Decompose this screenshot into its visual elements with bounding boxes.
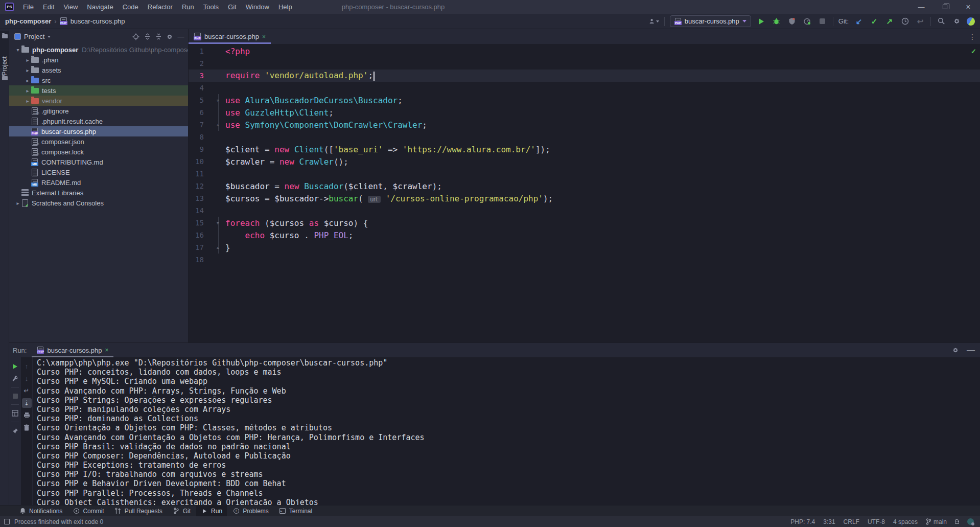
folder-stripe-icon[interactable] xyxy=(2,76,8,80)
tool-button-pull-requests[interactable]: Pull Requests xyxy=(110,506,167,517)
expand-all-icon[interactable] xyxy=(143,33,151,41)
code-line-7[interactable]: 7▵use Symfony\Component\DomCrawler\Crawl… xyxy=(189,119,980,131)
hide-panel-icon[interactable]: — xyxy=(177,33,185,41)
code-line-1[interactable]: 1<?php xyxy=(189,45,980,57)
tree-item-license[interactable]: LICENSE xyxy=(9,167,188,177)
code-line-16[interactable]: 16 echo $curso . PHP_EOL; xyxy=(189,229,980,241)
code-line-3[interactable]: 3require 'vendor/autoload.php'; xyxy=(189,70,980,82)
editor-tab[interactable]: PHP buscar-cursos.php × xyxy=(189,29,271,44)
fold-close-icon[interactable]: ▵ xyxy=(216,245,220,250)
code-line-13[interactable]: 13$cursos = $buscador->buscar( url: '/cu… xyxy=(189,192,980,204)
chevron-right-icon[interactable]: ▸ xyxy=(24,88,31,94)
user-avatar-icon[interactable] xyxy=(649,16,659,27)
php-version-widget[interactable]: PHP: 7.4 xyxy=(790,518,815,525)
git-update-button[interactable]: ↙ xyxy=(854,16,864,27)
tree-item-php-composer[interactable]: ▾php-composerD:\Repositórios Github\php-… xyxy=(9,44,188,55)
code-line-5[interactable]: 5▿use Alura\BuscadorDeCursos\Buscador; xyxy=(189,94,980,106)
next-occurrence-icon[interactable]: ↓ xyxy=(22,374,32,383)
menu-code[interactable]: Code xyxy=(118,3,143,11)
clear-console-trash-icon[interactable] xyxy=(22,423,32,432)
chevron-right-icon[interactable]: ▸ xyxy=(14,200,21,206)
run-console-output[interactable]: C:\xampp\php\php.exe "D:\Repositórios Gi… xyxy=(33,357,980,505)
stop-process-button[interactable] xyxy=(10,391,20,401)
code-with-me-icon[interactable] xyxy=(967,17,975,26)
tree-item-composer-lock[interactable]: ♪composer.lock xyxy=(9,147,188,157)
close-run-tab-icon[interactable]: × xyxy=(105,347,108,354)
git-branch-widget[interactable]: main xyxy=(926,518,947,525)
settings-gear-icon[interactable] xyxy=(951,16,962,27)
menu-run[interactable]: Run xyxy=(177,3,199,11)
prev-occurrence-icon[interactable]: ↑ xyxy=(22,361,32,371)
run-settings-wrench-icon[interactable] xyxy=(10,374,20,383)
tool-button-notifications[interactable]: Notifications xyxy=(14,506,67,517)
print-icon[interactable] xyxy=(22,410,32,420)
fold-open-icon[interactable]: ▿ xyxy=(216,220,220,226)
code-line-11[interactable]: 11 xyxy=(189,168,980,180)
maximize-button[interactable] xyxy=(933,0,956,14)
chevron-down-icon[interactable]: ▾ xyxy=(14,47,21,53)
line-ending-widget[interactable]: CRLF xyxy=(844,518,859,525)
code-line-8[interactable]: 8 xyxy=(189,131,980,143)
tree-item-src[interactable]: ▸src xyxy=(9,75,188,85)
tree-item-assets[interactable]: ▸assets xyxy=(9,65,188,75)
project-panel-title[interactable]: Project xyxy=(24,33,44,40)
tool-button-git[interactable]: Git xyxy=(168,506,195,517)
chevron-right-icon[interactable]: ▸ xyxy=(24,57,31,63)
rollback-button[interactable]: ↩ xyxy=(915,16,925,27)
tool-button-commit[interactable]: Commit xyxy=(68,506,108,517)
code-line-12[interactable]: 12$buscador = new Buscador($client, $cra… xyxy=(189,180,980,192)
indent-widget[interactable]: 4 spaces xyxy=(893,518,918,525)
menu-edit[interactable]: Edit xyxy=(38,3,59,11)
tab-options-icon[interactable]: ⋮ xyxy=(969,33,976,41)
code-line-18[interactable]: 18 xyxy=(189,254,980,266)
menu-tools[interactable]: Tools xyxy=(199,3,223,11)
soft-wrap-icon[interactable]: ↵ xyxy=(22,386,32,396)
git-commit-button[interactable]: ✓ xyxy=(869,16,879,27)
code-line-6[interactable]: 6use GuzzleHttp\Client; xyxy=(189,106,980,119)
tree-item--gitignore[interactable]: ⊘.gitignore xyxy=(9,106,188,116)
code-line-14[interactable]: 14 xyxy=(189,204,980,217)
breadcrumb-project[interactable]: php-composer xyxy=(5,17,51,25)
hide-run-panel-icon[interactable]: — xyxy=(967,346,975,355)
pin-tab-icon[interactable] xyxy=(10,426,20,436)
tree-item-scratches-and-consoles[interactable]: ▸Scratches and Consoles xyxy=(9,198,188,208)
panel-settings-gear-icon[interactable] xyxy=(166,33,174,41)
rerun-button[interactable] xyxy=(10,361,20,371)
chevron-down-icon[interactable] xyxy=(48,36,51,38)
chevron-right-icon[interactable]: ▸ xyxy=(24,67,31,73)
minimize-button[interactable]: — xyxy=(909,0,933,14)
code-line-9[interactable]: 9$client = new Client(['base_uri' => 'ht… xyxy=(189,143,980,155)
tool-button-problems[interactable]: Problems xyxy=(228,506,273,517)
tree-item-vendor[interactable]: ▸vendor xyxy=(9,96,188,106)
project-tool-window-tab[interactable]: Project xyxy=(0,31,9,68)
tree-item-tests[interactable]: ▸tests xyxy=(9,85,188,96)
encoding-widget[interactable]: UTF-8 xyxy=(868,518,885,525)
tree-item-buscar-cursos-php[interactable]: PHPbuscar-cursos.php xyxy=(9,126,188,136)
tree-item-contributing-md[interactable]: MDCONTRIBUTING.md xyxy=(9,157,188,167)
stop-button[interactable] xyxy=(818,16,828,27)
fold-open-icon[interactable]: ▿ xyxy=(216,98,220,103)
breadcrumb-file[interactable]: buscar-cursos.php xyxy=(71,17,125,25)
code-line-4[interactable]: 4 xyxy=(189,82,980,94)
run-with-coverage-button[interactable] xyxy=(787,16,797,27)
close-tab-icon[interactable]: × xyxy=(262,33,266,40)
run-configuration-select[interactable]: PHP buscar-cursos.php xyxy=(670,15,751,27)
tree-item-external-libraries[interactable]: External Libraries xyxy=(9,188,188,198)
code-line-15[interactable]: 15▿foreach ($cursos as $curso) { xyxy=(189,217,980,229)
code-line-10[interactable]: 10$crawler = new Crawler(); xyxy=(189,155,980,168)
sync-gear-icon[interactable] xyxy=(967,518,974,525)
layout-icon[interactable] xyxy=(4,519,10,524)
profiler-button[interactable] xyxy=(802,16,812,27)
locate-file-icon[interactable] xyxy=(132,33,140,41)
tree-item-composer-json[interactable]: ♪composer.json xyxy=(9,136,188,147)
debug-button[interactable] xyxy=(772,16,782,27)
tree-item-readme-md[interactable]: MDREADME.md xyxy=(9,177,188,188)
search-everywhere-icon[interactable] xyxy=(936,16,946,27)
menu-file[interactable]: File xyxy=(18,3,38,11)
code-line-2[interactable]: 2 xyxy=(189,57,980,70)
code-line-17[interactable]: 17▵} xyxy=(189,241,980,254)
lock-icon[interactable] xyxy=(955,521,959,524)
tree-item--phan[interactable]: ▸.phan xyxy=(9,55,188,65)
run-button[interactable] xyxy=(756,16,766,27)
menu-view[interactable]: View xyxy=(59,3,82,11)
